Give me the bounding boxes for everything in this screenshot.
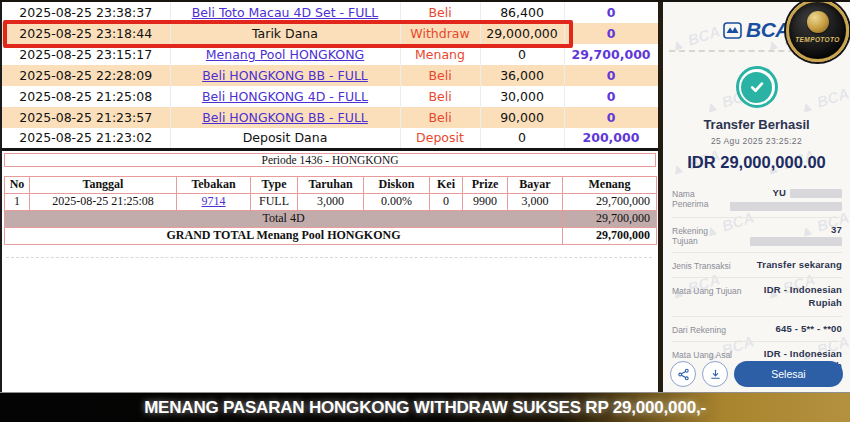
- txn-desc: Beli HONGKONG BB - FULL: [170, 65, 400, 86]
- txn-desc-link[interactable]: Beli HONGKONG BB - FULL: [202, 68, 368, 83]
- field-mata-uang-tujuan: Mata Uang Tujuan IDR - Indonesian Rupiah: [672, 278, 842, 317]
- transfer-datetime: 25 Agu 2025 23:25:22: [663, 136, 850, 146]
- field-label: Jenis Transaksi: [672, 259, 731, 271]
- txn-type: Beli: [400, 86, 480, 107]
- txn-desc: Beli HONGKONG BB - FULL: [170, 107, 400, 128]
- txn-type: Beli: [400, 65, 480, 86]
- field-label: Mata Uang Asal: [672, 348, 732, 360]
- receipt-fields: Nama Penerima YU Rekening Tujuan 37 Jeni…: [672, 181, 842, 379]
- txn-credit: 0: [564, 2, 658, 23]
- cell-taruhan: 3,000: [298, 193, 364, 210]
- total-value: 29,700,000: [563, 210, 657, 227]
- tempototo-badge: TEMPOTOTO: [786, 2, 849, 62]
- txn-type: Deposit: [400, 128, 480, 149]
- txn-time: 2025-08-25 21:23:02: [2, 128, 170, 149]
- col-header: No: [5, 176, 30, 193]
- success-check-icon: [736, 66, 778, 108]
- table-row: 2025-08-25 23:15:17 Menang Pool HONGKONG…: [2, 44, 658, 65]
- tempototo-coin-icon: [807, 11, 829, 33]
- txn-desc-link[interactable]: Beli HONGKONG BB - FULL: [202, 110, 368, 125]
- share-button[interactable]: [670, 361, 696, 387]
- periode-header-row: No Tanggal Tebakan Type Taruhan Diskon K…: [5, 176, 657, 193]
- cell-type: FULL: [251, 193, 298, 210]
- table-row: 2025-08-25 21:25:08 Beli HONGKONG 4D - F…: [2, 86, 658, 107]
- download-button[interactable]: [702, 361, 728, 387]
- redacted-text: [750, 237, 842, 246]
- redacted-text: [730, 202, 842, 211]
- txn-debit: 29,000,000: [480, 23, 564, 44]
- total-row: Total 4D 29,700,000: [5, 210, 657, 227]
- field-dari-rekening: Dari Rekening 645 - 5** - **00: [672, 317, 842, 342]
- txn-type: Beli: [400, 2, 480, 23]
- txn-debit: 0: [480, 44, 564, 65]
- txn-debit: 0: [480, 128, 564, 149]
- txn-desc: Beli Toto Macau 4D Set - FULL: [170, 2, 400, 23]
- receipt-actions: Selesai: [670, 361, 843, 387]
- cell-bayar: 3,000: [508, 193, 563, 210]
- table-row: 2025-08-25 22:28:09 Beli HONGKONG BB - F…: [2, 65, 658, 86]
- table-row: 2025-08-25 23:38:37 Beli Toto Macau 4D S…: [2, 2, 658, 23]
- col-header: Kei: [430, 176, 463, 193]
- field-value: IDR - Indonesian Rupiah: [750, 284, 842, 310]
- txn-desc: Beli HONGKONG 4D - FULL: [170, 86, 400, 107]
- table-row: 2025-08-25 21:23:02 Deposit Dana Deposit…: [2, 128, 658, 149]
- field-value: YU: [726, 187, 842, 211]
- txn-debit: 86,400: [480, 2, 564, 23]
- txn-type: Beli: [400, 107, 480, 128]
- col-header: Tebakan: [177, 176, 251, 193]
- txn-time: 2025-08-25 23:15:17: [2, 44, 170, 65]
- table-row: 2025-08-25 21:23:57 Beli HONGKONG BB - F…: [2, 107, 658, 128]
- cell-tebakan: 9714: [177, 193, 251, 210]
- periode-data-row: 1 2025-08-25 21:25:08 9714 FULL 3,000 0.…: [5, 193, 657, 210]
- field-jenis-transaksi: Jenis Transaksi Transfer sekarang: [672, 253, 842, 278]
- bca-logo-icon: [723, 22, 742, 39]
- betting-history-panel: 2025-08-25 23:38:37 Beli Toto Macau 4D S…: [0, 2, 658, 392]
- periode-title: Periode 1436 - HONGKONG: [4, 153, 656, 167]
- field-nama-penerima: Nama Penerima YU: [672, 181, 842, 218]
- check-mark: [741, 72, 772, 103]
- txn-time: 2025-08-25 23:18:44: [2, 23, 170, 44]
- cell-kei: 0: [430, 193, 463, 210]
- field-rekening-tujuan: Rekening Tujuan 37: [672, 218, 842, 253]
- txn-desc: Menang Pool HONGKONG: [170, 44, 400, 65]
- periode-table: No Tanggal Tebakan Type Taruhan Diskon K…: [4, 176, 657, 245]
- field-label: Nama Penerima: [672, 187, 726, 209]
- cell-prize: 9900: [463, 193, 508, 210]
- txn-time: 2025-08-25 22:28:09: [2, 65, 170, 86]
- table-row-highlighted: 2025-08-25 23:18:44 Tarik Dana Withdraw …: [2, 23, 658, 44]
- txn-credit: 0: [564, 86, 658, 107]
- field-label: Rekening Tujuan: [672, 224, 736, 246]
- bca-receipt-panel: ▲ BCA▲ BCA▲ BCA▲ BCA▲ BCA▲ BCA▲ BCA▲ BCA…: [658, 2, 850, 392]
- cell-tanggal: 2025-08-25 21:25:08: [30, 193, 177, 210]
- cell-no: 1: [5, 193, 30, 210]
- page-divider: [6, 257, 652, 258]
- redacted-text: [790, 189, 842, 198]
- col-header: Menang: [563, 176, 657, 193]
- screenshot-root: 2025-08-25 23:38:37 Beli Toto Macau 4D S…: [0, 0, 850, 422]
- field-value: 37: [736, 224, 842, 246]
- txn-desc-link[interactable]: Menang Pool HONGKONG: [206, 47, 364, 62]
- col-header: Diskon: [364, 176, 430, 193]
- col-header: Prize: [463, 176, 508, 193]
- txn-desc: Tarik Dana: [170, 23, 400, 44]
- field-value: 645 - 5** - **00: [775, 323, 842, 334]
- txn-time: 2025-08-25 23:38:37: [2, 2, 170, 23]
- field-label: Dari Rekening: [672, 323, 726, 335]
- txn-desc: Deposit Dana: [170, 128, 400, 149]
- cell-diskon: 0.00%: [364, 193, 430, 210]
- txn-desc-link[interactable]: Beli Toto Macau 4D Set - FULL: [192, 5, 379, 20]
- tebakan-link[interactable]: 9714: [202, 194, 226, 208]
- field-label: Mata Uang Tujuan: [672, 284, 741, 296]
- field-value: Transfer sekarang: [757, 259, 842, 270]
- banner-text: MENANG PASARAN HONGKONG WITHDRAW SUKSES …: [144, 398, 706, 418]
- txn-desc-link[interactable]: Beli HONGKONG 4D - FULL: [202, 89, 368, 104]
- col-header: Type: [251, 176, 298, 193]
- txn-credit: 29,700,000: [564, 44, 658, 65]
- txn-type: Withdraw: [400, 23, 480, 44]
- transfer-status: Transfer Berhasil: [663, 117, 850, 132]
- col-header: Bayar: [508, 176, 563, 193]
- selesai-button[interactable]: Selesai: [734, 361, 843, 387]
- txn-credit: 0: [564, 107, 658, 128]
- transaction-table: 2025-08-25 23:38:37 Beli Toto Macau 4D S…: [2, 2, 659, 151]
- txn-type: Menang: [400, 44, 480, 65]
